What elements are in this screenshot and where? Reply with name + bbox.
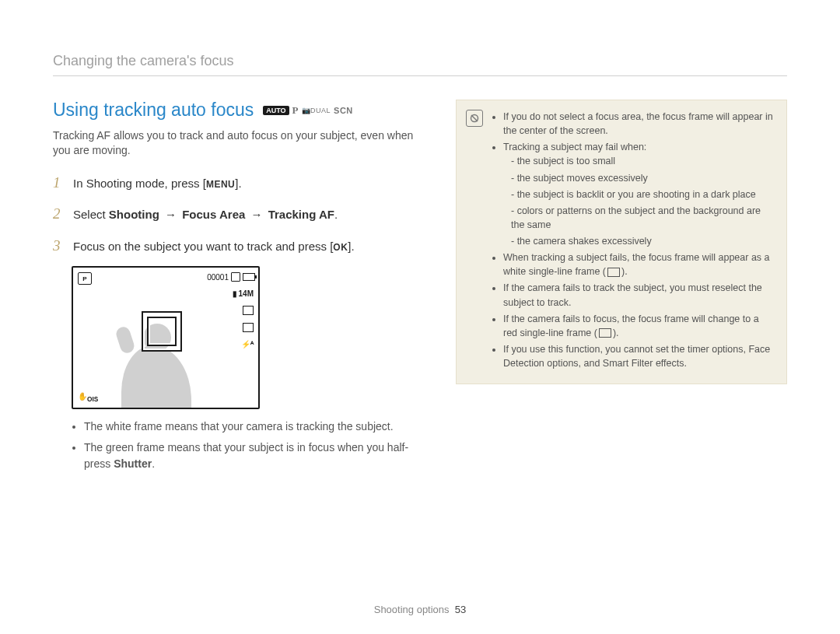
mode-auto-icon: AUTO [263, 106, 289, 115]
note-item: If you do not select a focus area, the f… [503, 110, 774, 138]
photo-size-icon [243, 306, 254, 315]
note-subitem: the subject is backlit or you are shooti… [511, 187, 774, 201]
footer-label: Shooting options [374, 604, 450, 615]
step-text: Select Shooting → Focus Area → Tracking … [73, 206, 418, 224]
note-item: If the camera fails to track the subject… [503, 281, 774, 309]
lcd-illustration: P 00001 ▮14M ⚡ᴬ [72, 266, 260, 409]
sd-card-icon [231, 272, 240, 282]
mode-scn-icon: SCN [334, 106, 353, 115]
lcd-counter: 00001 [207, 273, 229, 282]
note-item: Tracking a subject may fail when: the su… [503, 140, 774, 248]
section-title-text: Using tracking auto focus [53, 100, 254, 121]
lcd-right-icons: ▮14M ⚡ᴬ [233, 289, 254, 349]
note-subitem: colors or patterns on the subject and th… [511, 204, 774, 232]
step-text: Focus on the subject you want to track a… [73, 238, 418, 256]
note-subitem: the camera shakes excessively [511, 234, 774, 248]
left-column: Using tracking auto focus AUTO P 📷DUAL S… [53, 100, 418, 477]
step-text: In Shooting mode, press [MENU]. [73, 175, 418, 193]
step-2: 2 Select Shooting → Focus Area → Trackin… [53, 203, 418, 226]
flash-auto-icon: ⚡ᴬ [241, 340, 254, 349]
lcd-mode-icon: P [78, 272, 92, 285]
content-columns: Using tracking auto focus AUTO P 📷DUAL S… [53, 100, 787, 477]
step-number: 2 [53, 203, 64, 226]
list-item: The green frame means that your subject … [84, 440, 418, 472]
section-heading: Using tracking auto focus AUTO P 📷DUAL S… [53, 100, 418, 121]
lcd-top-right: 00001 [207, 272, 255, 282]
note-box: If you do not select a focus area, the f… [456, 100, 787, 384]
step-1: 1 In Shooting mode, press [MENU]. [53, 172, 418, 194]
frame-meaning-list: The white frame means that your camera i… [72, 419, 418, 472]
drive-mode-icon [243, 323, 254, 332]
ok-key-label: OK [333, 242, 348, 253]
page-number: 53 [455, 604, 466, 615]
resolution-icon: ▮14M [233, 289, 254, 298]
running-head: Changing the camera's focus [53, 53, 787, 69]
note-list: If you do not select a focus area, the f… [492, 110, 774, 370]
battery-icon [243, 273, 255, 281]
menu-key-label: MENU [206, 179, 235, 190]
section-intro: Tracking AF allows you to track and auto… [53, 128, 418, 158]
right-column: If you do not select a focus area, the f… [456, 100, 787, 477]
white-frame-icon [607, 268, 620, 277]
note-sublist: the subject is too small the subject mov… [503, 154, 774, 248]
note-subitem: the subject moves excessively [511, 171, 774, 185]
list-item: The white frame means that your camera i… [84, 419, 418, 435]
page-footer: Shooting options 53 [0, 604, 840, 615]
divider [53, 75, 787, 76]
step-3: 3 Focus on the subject you want to track… [53, 235, 418, 257]
mode-icons: AUTO P 📷DUAL SCN [263, 104, 353, 117]
focus-frame-inner [147, 317, 177, 346]
red-frame-icon [599, 328, 611, 338]
note-item: If the camera fails to focus, the focus … [503, 312, 774, 340]
note-item: If you use this function, you cannot set… [503, 342, 774, 370]
note-subitem: the subject is too small [511, 154, 774, 168]
step-number: 1 [53, 172, 64, 194]
mode-p-icon: P [292, 104, 299, 117]
ois-icon: ✋OIS [78, 392, 98, 403]
step-number: 3 [53, 235, 64, 257]
mode-dual-icon: 📷DUAL [302, 107, 331, 114]
step-list: 1 In Shooting mode, press [MENU]. 2 Sele… [53, 172, 418, 257]
note-icon [466, 110, 483, 127]
manual-page: Changing the camera's focus Using tracki… [0, 0, 840, 634]
note-item: When tracking a subject fails, the focus… [503, 250, 774, 278]
